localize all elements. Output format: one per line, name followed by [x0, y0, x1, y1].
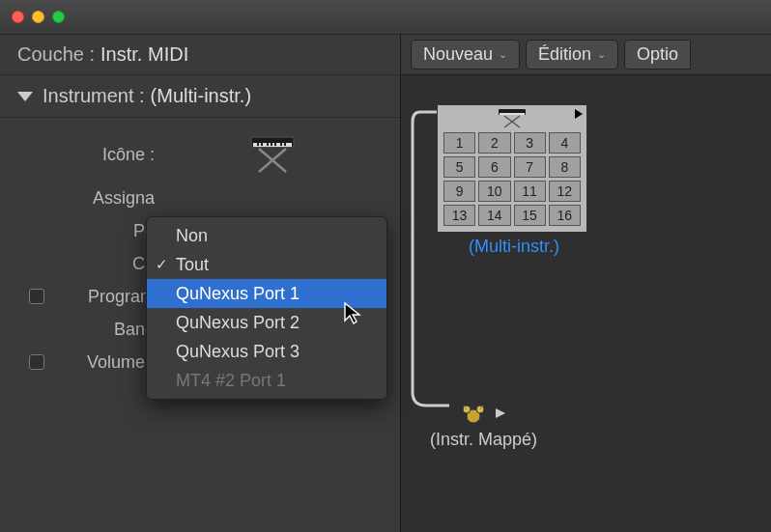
object-output-triangle-icon[interactable]: [494, 406, 507, 420]
program-checkbox[interactable]: [29, 289, 44, 304]
channel-button[interactable]: 4: [549, 132, 581, 154]
svg-rect-6: [274, 143, 276, 146]
channel-button[interactable]: 7: [514, 156, 546, 178]
options-menu-label: Optio: [637, 44, 678, 65]
instrument-value: (Multi-instr.): [151, 85, 251, 107]
checkmark-icon: ✓: [156, 256, 168, 273]
keyboard-stand-icon: [493, 108, 531, 129]
zoom-window-button[interactable]: [52, 11, 65, 23]
channel-button[interactable]: 10: [478, 181, 510, 202]
port-menu-item[interactable]: QuNexus Port 1: [147, 279, 386, 308]
channel-button[interactable]: 1: [443, 132, 475, 154]
multi-instrument-object[interactable]: 1 2 3 4 5 6 7 8 9 10 11 12 13: [437, 104, 591, 257]
channel-button[interactable]: 13: [443, 205, 475, 226]
svg-rect-2: [257, 143, 259, 146]
icon-field-label: Icône :: [0, 145, 162, 165]
multi-instrument-label: (Multi-instr.): [437, 237, 591, 257]
object-output-triangle-icon[interactable]: [575, 109, 583, 119]
port-menu-item[interactable]: MT4 #2 Port 1: [147, 366, 386, 395]
volume-label: Volume :: [0, 352, 162, 373]
channel-button[interactable]: 8: [549, 156, 581, 178]
window-titlebar: [0, 0, 771, 35]
drumkit-icon: [461, 402, 486, 425]
program-label: Program: [0, 287, 162, 307]
channel-button[interactable]: 5: [443, 156, 475, 178]
svg-rect-8: [284, 143, 286, 146]
assignable-label: Assigna: [0, 188, 162, 209]
mapped-instrument-label: (Instr. Mappé): [430, 430, 537, 450]
channel-button[interactable]: 3: [514, 132, 546, 154]
channel-button[interactable]: 9: [443, 181, 475, 202]
channel-button[interactable]: 14: [478, 205, 510, 226]
channel-button[interactable]: 2: [478, 132, 510, 154]
environment-toolbar: Nouveau ⌄ Édition ⌄ Optio: [401, 35, 771, 75]
mapped-instrument-object[interactable]: (Instr. Mappé): [430, 399, 537, 450]
svg-rect-12: [500, 113, 525, 115]
port-label: Po: [0, 221, 162, 241]
volume-checkbox[interactable]: [29, 354, 44, 370]
edit-menu-button[interactable]: Édition ⌄: [526, 40, 618, 70]
bank-label: Banq: [0, 320, 162, 340]
minimize-window-button[interactable]: [32, 11, 44, 23]
port-menu-item[interactable]: Non: [147, 221, 386, 250]
layer-value: Instr. MIDI: [100, 43, 188, 66]
environment-canvas[interactable]: 1 2 3 4 5 6 7 8 9 10 11 12 13: [401, 75, 771, 532]
disclosure-triangle-icon[interactable]: [17, 92, 33, 101]
chevron-down-icon: ⌄: [499, 48, 507, 61]
port-menu-item[interactable]: ✓ Tout: [147, 250, 386, 279]
close-window-button[interactable]: [12, 11, 24, 23]
channel-button[interactable]: 15: [514, 205, 546, 226]
instrument-icon-picker[interactable]: [162, 135, 383, 174]
instrument-header[interactable]: Instrument : (Multi-instr.): [0, 75, 400, 118]
environment-canvas-pane: Nouveau ⌄ Édition ⌄ Optio: [401, 35, 771, 532]
channel-button[interactable]: 11: [514, 181, 546, 202]
port-menu-item[interactable]: QuNexus Port 2: [147, 308, 386, 337]
chevron-down-icon: ⌄: [597, 48, 606, 61]
new-menu-button[interactable]: Nouveau ⌄: [411, 40, 520, 70]
keyboard-stand-icon: [247, 135, 298, 174]
svg-rect-5: [271, 143, 272, 146]
layer-label: Couche :: [17, 43, 95, 66]
channel-button[interactable]: 6: [478, 156, 510, 178]
channel-button[interactable]: 16: [549, 205, 581, 226]
svg-rect-4: [267, 143, 269, 146]
layer-selector[interactable]: Couche : Instr. MIDI: [0, 35, 400, 75]
port-menu-item[interactable]: QuNexus Port 3: [147, 337, 386, 366]
channel-button[interactable]: 12: [549, 181, 581, 202]
options-menu-button[interactable]: Optio: [624, 40, 691, 70]
svg-rect-3: [261, 143, 263, 146]
edit-menu-label: Édition: [538, 44, 591, 65]
instrument-label: Instrument :: [43, 85, 145, 107]
new-menu-label: Nouveau: [423, 44, 493, 65]
channel-label: Ca: [0, 254, 162, 274]
channel-grid: 1 2 3 4 5 6 7 8 9 10 11 12 13: [440, 130, 585, 228]
port-popup-menu[interactable]: Non ✓ Tout QuNexus Port 1 QuNexus Port 2…: [146, 216, 387, 400]
svg-rect-7: [280, 143, 282, 146]
